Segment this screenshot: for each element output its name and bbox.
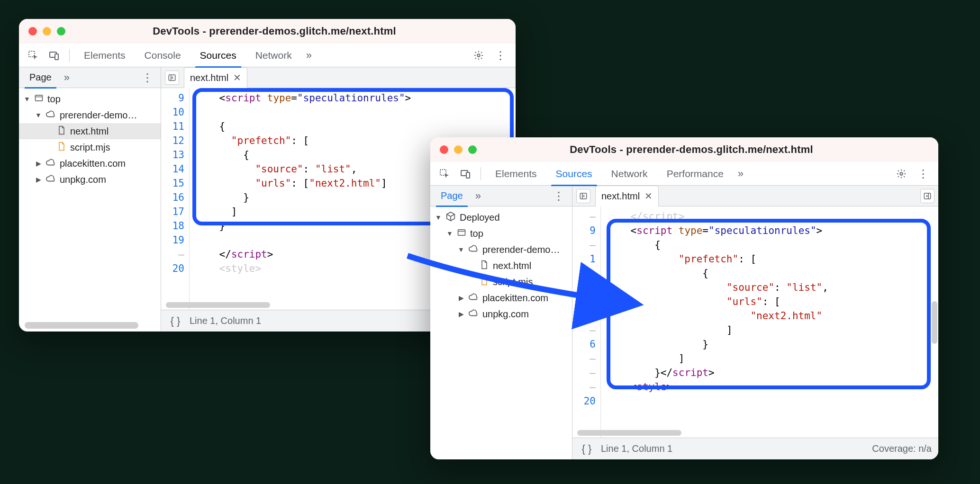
body-split: Page » ⋮ Deployedtopprerender-demo…next.… — [430, 186, 938, 459]
close-tab-icon[interactable]: ✕ — [644, 190, 653, 202]
sidebar-more-icon[interactable]: » — [472, 190, 484, 202]
sidebar-kebab-icon[interactable]: ⋮ — [138, 71, 157, 84]
minimize-icon[interactable] — [454, 145, 463, 154]
device-toolbar-icon[interactable] — [45, 47, 63, 64]
tree-row[interactable]: prerender-demo… — [19, 107, 161, 123]
disclosure-triangle-icon[interactable] — [446, 230, 453, 237]
pretty-print-icon[interactable]: { } — [579, 441, 594, 457]
code-line: <script type="speculationrules"> — [195, 91, 510, 105]
tree-row[interactable]: next.html — [19, 123, 161, 139]
code-line: { — [607, 266, 933, 280]
tab-sources[interactable]: Sources — [192, 44, 244, 67]
disclosure-triangle-icon[interactable] — [24, 95, 30, 103]
tab-network[interactable]: Network — [604, 162, 655, 186]
line-number: 20 — [161, 261, 184, 276]
code-line: ] — [607, 351, 933, 366]
more-tabs-icon[interactable]: » — [735, 168, 746, 180]
cloud-icon — [468, 308, 479, 321]
code-line: <style> — [607, 380, 933, 394]
tree-label: prerender-demo… — [60, 110, 137, 121]
svg-rect-12 — [458, 230, 465, 235]
editor-tab-label: next.html — [190, 72, 228, 83]
close-icon[interactable] — [440, 145, 448, 154]
editor-tabs: next.html ✕ — [161, 67, 516, 88]
sidebar-more-icon[interactable]: » — [61, 72, 73, 84]
line-number: – — [161, 247, 184, 261]
tree-row[interactable]: script.mjs — [19, 139, 161, 155]
disclosure-triangle-icon[interactable] — [458, 294, 464, 302]
code-line: } — [607, 337, 933, 351]
device-toolbar-icon[interactable] — [457, 165, 474, 182]
line-number: 9 — [572, 224, 596, 238]
gear-icon[interactable] — [470, 47, 487, 64]
svg-rect-4 — [36, 95, 43, 101]
navigator-toggle-icon[interactable] — [576, 189, 590, 203]
line-number: – — [572, 380, 596, 394]
minimize-icon[interactable] — [43, 27, 51, 36]
kebab-icon[interactable]: ⋮ — [491, 49, 510, 62]
gutter: –9–1–3–––6–––20 — [572, 206, 601, 438]
navigator-toggle-icon[interactable] — [165, 71, 179, 85]
editor-tab[interactable]: next.html ✕ — [595, 186, 659, 206]
vertical-scrollbar[interactable] — [932, 301, 937, 344]
tree-row[interactable]: prerender-demo… — [430, 242, 572, 258]
more-tabs-icon[interactable]: » — [303, 49, 315, 62]
cursor-position: Line 1, Column 1 — [601, 443, 672, 454]
tree-row[interactable]: Deployed — [430, 209, 572, 225]
editor-tab[interactable]: next.html ✕ — [184, 67, 247, 88]
sidebar: Page » ⋮ Deployedtopprerender-demo…next.… — [430, 186, 572, 459]
traffic-lights — [28, 27, 65, 36]
line-number: – — [572, 323, 596, 337]
code-editor[interactable]: –9–1–3–––6–––20 </script> <script type="… — [572, 206, 938, 438]
tree-row[interactable]: placekitten.com — [430, 290, 572, 306]
zoom-icon[interactable] — [468, 145, 477, 154]
tab-elements[interactable]: Elements — [76, 44, 133, 67]
editor-tab-label: next.html — [601, 191, 640, 202]
frame-icon — [34, 93, 44, 105]
close-icon[interactable] — [28, 27, 37, 36]
disclosure-triangle-icon[interactable] — [458, 310, 464, 318]
line-number: – — [572, 366, 596, 380]
close-tab-icon[interactable]: ✕ — [233, 72, 241, 83]
tree-row[interactable]: top — [430, 225, 572, 242]
line-number: 11 — [161, 119, 184, 134]
disclosure-triangle-icon[interactable] — [35, 176, 42, 183]
disclosure-triangle-icon[interactable] — [458, 246, 464, 253]
code-lines: </script> <script type="speculationrules… — [601, 206, 938, 438]
page-scrollbar[interactable] — [25, 322, 138, 329]
zoom-icon[interactable] — [57, 27, 65, 36]
inspect-icon[interactable] — [25, 47, 42, 64]
inspect-icon[interactable] — [436, 165, 453, 182]
tab-sources[interactable]: Sources — [548, 162, 600, 186]
tab-network[interactable]: Network — [248, 44, 299, 67]
tab-console[interactable]: Console — [137, 44, 189, 67]
code-line: ] — [607, 323, 933, 337]
pretty-print-icon[interactable]: { } — [168, 314, 183, 329]
tree-row[interactable]: script.mjs — [430, 274, 572, 290]
horizontal-scrollbar[interactable] — [577, 430, 681, 436]
tree-row[interactable]: unpkg.com — [430, 306, 572, 322]
disclosure-triangle-icon[interactable] — [35, 160, 42, 167]
tree-row[interactable]: next.html — [430, 258, 572, 274]
sidebar-tab-page[interactable]: Page — [23, 67, 58, 88]
tree-row[interactable]: placekitten.com — [19, 155, 161, 171]
disclosure-triangle-icon[interactable] — [435, 214, 442, 221]
tree-label: top — [47, 94, 61, 105]
tree-row[interactable]: unpkg.com — [19, 171, 161, 188]
horizontal-scrollbar[interactable] — [166, 302, 270, 308]
main-toolbar: Elements Console Sources Network » ⋮ — [19, 44, 516, 67]
code-line: </script> — [607, 209, 933, 224]
gear-icon[interactable] — [893, 165, 910, 182]
kebab-icon[interactable]: ⋮ — [914, 167, 933, 180]
tab-elements[interactable]: Elements — [488, 162, 544, 186]
sidebar-kebab-icon[interactable]: ⋮ — [549, 189, 568, 203]
sidebar-tab-page[interactable]: Page — [434, 186, 470, 206]
tab-performance[interactable]: Performance — [659, 162, 731, 186]
code-line: { — [607, 238, 933, 252]
code-line — [195, 105, 510, 119]
disclosure-triangle-icon[interactable] — [35, 111, 42, 119]
file-icon — [480, 260, 489, 272]
debugger-toggle-icon[interactable] — [920, 189, 935, 203]
code-line: { — [195, 119, 510, 134]
tree-row[interactable]: top — [19, 91, 161, 107]
